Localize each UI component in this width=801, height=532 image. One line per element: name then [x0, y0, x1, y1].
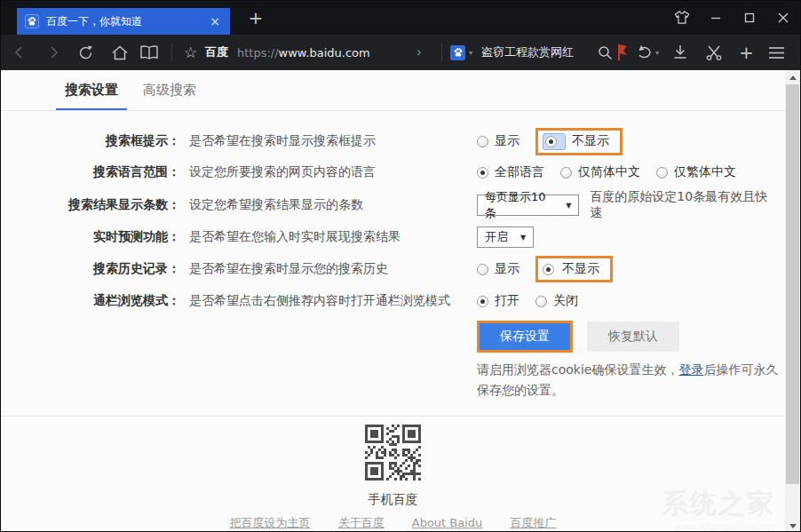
minimize-button[interactable]: [699, 1, 733, 35]
url-host: www.baidu.com: [279, 46, 370, 60]
radio-icon-checked[interactable]: [477, 296, 488, 307]
radio-icon[interactable]: [656, 167, 668, 179]
search-icon[interactable]: [598, 35, 613, 70]
select-value: 每页显示10条: [485, 189, 553, 221]
cookie-note: 请启用浏览器cookie确保设置生效，登录后操作可永久保存您的设置。: [477, 360, 788, 401]
setting-description: 设定您希望搜索结果显示的条数: [180, 197, 477, 213]
baidu-favicon-icon: [25, 14, 39, 28]
hot-search-text[interactable]: 盗窃工程款赏网红: [481, 35, 574, 70]
radio-option-simplified[interactable]: 仅简体中文: [560, 164, 640, 180]
footer-link-baidu-promotion[interactable]: 百度推广: [510, 516, 556, 529]
radio-icon-checked[interactable]: [545, 136, 557, 147]
home-button[interactable]: [111, 35, 129, 70]
radio-label: 显示: [495, 261, 519, 277]
radio-icon[interactable]: [477, 136, 488, 147]
radio-label: 关闭: [553, 293, 578, 309]
radio-icon-checked[interactable]: [543, 264, 554, 275]
browser-toolbar: ☆ 百度 https://www.baidu.com › ▾ 盗窃工程款赏网红 …: [1, 35, 800, 70]
tab-advanced-search[interactable]: 高级搜索: [143, 82, 196, 99]
setting-row-language: 搜索语言范围： 设定您所要搜索的网页内容的语言 全部语言 仅简体中文 仅繁体中文: [1, 159, 772, 186]
setting-label: 搜索结果显示条数：: [1, 197, 180, 213]
radio-option-show[interactable]: 显示: [477, 133, 519, 149]
radio-option-all-languages[interactable]: 全部语言: [477, 164, 544, 180]
radio-icon-checked[interactable]: [477, 167, 488, 179]
footer-link-about-baidu-en[interactable]: About Baidu: [412, 516, 483, 529]
radio-option-close[interactable]: 关闭: [535, 293, 578, 309]
footer-link-set-homepage[interactable]: 把百度设为主页: [230, 516, 311, 529]
restore-defaults-button[interactable]: 恢复默认: [587, 322, 679, 352]
maximize-button[interactable]: [733, 1, 766, 35]
radio-icon[interactable]: [560, 167, 572, 179]
select-value: 开启: [485, 229, 508, 245]
radio-focus-ring: [543, 133, 566, 150]
setting-description: 是否希望在您输入时实时展现搜索结果: [180, 229, 477, 245]
radio-icon[interactable]: [477, 264, 488, 275]
note-text: 请启用浏览器cookie确保设置生效，: [477, 362, 678, 377]
radio-icon[interactable]: [535, 296, 547, 307]
download-icon[interactable]: [672, 35, 688, 70]
forward-button[interactable]: [45, 35, 61, 70]
add-extension-icon[interactable]: +: [739, 35, 754, 70]
favorite-star-icon[interactable]: ☆: [184, 35, 197, 70]
setting-row-fullwidth-mode: 通栏浏览模式： 是否希望点击右侧推荐内容时打开通栏浏览模式 打开 关闭: [1, 288, 772, 314]
scroll-down-icon[interactable]: [785, 519, 800, 532]
tabs-divider-line: [1, 110, 800, 111]
page-content: 搜索设置 高级搜索 搜索框提示： 是否希望在搜索时显示搜索框提示 显示 不显示: [1, 70, 800, 532]
ribbon-flag-icon[interactable]: [617, 35, 629, 70]
menu-icon[interactable]: [768, 35, 785, 70]
qr-code: [365, 425, 421, 480]
hotword-caret-icon[interactable]: ▾: [469, 35, 472, 70]
radio-label: 全部语言: [495, 164, 544, 180]
radio-option-show[interactable]: 显示: [477, 261, 519, 277]
toolbar-divider: [441, 44, 442, 61]
reading-mode-icon[interactable]: [139, 35, 159, 70]
scrollbar-thumb[interactable]: [786, 84, 799, 484]
setting-label: 搜索语言范围：: [1, 164, 180, 180]
url-overflow-chevron-icon[interactable]: ›: [416, 35, 422, 70]
radio-label: 仅简体中文: [578, 164, 640, 180]
tab-close-icon[interactable]: ×: [208, 14, 222, 28]
radio-option-hide[interactable]: 不显示: [543, 261, 599, 277]
close-window-button[interactable]: [766, 1, 800, 35]
setting-row-results-count: 搜索结果显示条数： 设定您希望搜索结果显示的条数 每页显示10条 ▼ 百度的原始…: [1, 192, 772, 218]
undo-caret-icon[interactable]: ▾: [655, 35, 659, 70]
radio-option-open[interactable]: 打开: [477, 293, 519, 309]
browser-tab[interactable]: 百度一下，你就知道 ×: [17, 8, 230, 35]
vertical-scrollbar[interactable]: [785, 70, 800, 532]
undo-close-tab-button[interactable]: [637, 35, 654, 70]
highlight-box: 不显示: [535, 128, 623, 155]
radio-label: 仅繁体中文: [674, 164, 736, 180]
watermark-subtext: www.xitongzhijia.net: [662, 522, 775, 531]
radio-option-hide[interactable]: 不显示: [543, 133, 609, 150]
baidu-hotword-icon[interactable]: [450, 35, 465, 70]
browser-tab-bar: 百度一下，你就知道 × +: [1, 1, 800, 35]
scroll-up-icon[interactable]: [785, 70, 800, 84]
footer-divider-line: [1, 416, 800, 417]
theme-skin-button[interactable]: [665, 1, 699, 35]
back-button[interactable]: [12, 35, 28, 70]
login-link[interactable]: 登录: [678, 362, 703, 377]
window-controls: [665, 1, 800, 35]
radio-label: 不显示: [572, 133, 609, 149]
setting-description: 是否希望在搜索时显示搜索框提示: [180, 133, 477, 149]
save-settings-button[interactable]: 保存设置: [477, 321, 573, 353]
radio-option-traditional[interactable]: 仅繁体中文: [656, 164, 736, 180]
buttons-row: 保存设置 恢复默认: [477, 321, 679, 353]
highlight-box: 不显示: [535, 256, 613, 282]
radio-label: 显示: [495, 133, 519, 149]
setting-label: 搜索框提示：: [1, 133, 180, 149]
new-tab-button[interactable]: +: [246, 7, 266, 28]
setting-label: 搜索历史记录：: [1, 261, 180, 277]
url-scheme: https://: [237, 46, 279, 60]
screenshot-scissors-icon[interactable]: [705, 35, 723, 70]
select-caret-icon: ▼: [520, 234, 526, 242]
tab-search-settings[interactable]: 搜索设置: [65, 82, 118, 99]
refresh-button[interactable]: [77, 35, 94, 70]
site-name-label[interactable]: 百度: [205, 35, 228, 70]
footer-link-about-baidu-cn[interactable]: 关于百度: [338, 516, 385, 529]
setting-row-prediction: 实时预测功能： 是否希望在您输入时实时展现搜索结果 开启 ▼: [1, 224, 772, 250]
results-per-page-select[interactable]: 每页显示10条 ▼: [477, 195, 579, 216]
url-field[interactable]: https://www.baidu.com: [237, 35, 370, 70]
select-caret-icon: ▼: [566, 202, 571, 210]
prediction-select[interactable]: 开启 ▼: [477, 226, 534, 248]
